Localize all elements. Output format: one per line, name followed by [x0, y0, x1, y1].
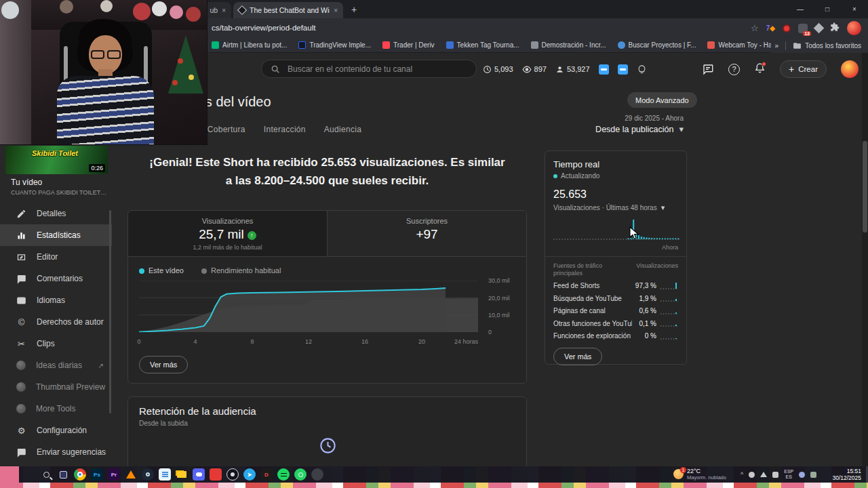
bookmark-item[interactable]: Tekken Tag Tourna...: [446, 41, 519, 49]
sidebar-item-copyright[interactable]: ©Derechos de autor: [0, 311, 112, 333]
network-icon[interactable]: [799, 472, 805, 478]
divider: [545, 256, 686, 257]
all-bookmarks-button[interactable]: Todos los favoritos: [793, 41, 861, 50]
browser-profile-avatar[interactable]: [847, 21, 861, 35]
extension-icon-badged[interactable]: 13: [798, 24, 808, 33]
page-scrollbar[interactable]: [862, 53, 868, 466]
extensions-puzzle-icon[interactable]: [830, 22, 840, 35]
scrollbar-thumb[interactable]: [863, 141, 867, 232]
window-minimize-button[interactable]: —: [787, 0, 814, 18]
tray-icon[interactable]: [760, 472, 767, 477]
whatsapp-icon[interactable]: [294, 468, 307, 481]
sidebar-item-daily-ideas[interactable]: Ideas diarias↗: [0, 354, 112, 376]
sidebar-item-comments[interactable]: Comentarios: [0, 268, 112, 289]
bookmarks-overflow-icon[interactable]: »: [775, 42, 779, 49]
sidebar-scrollbar[interactable]: [109, 210, 111, 413]
taskbar-clock[interactable]: 15:51 30/12/2025: [832, 468, 861, 481]
extension-circle-icon: [16, 382, 26, 392]
help-icon[interactable]: ?: [728, 64, 740, 75]
bookmark-item[interactable]: Airtm | Libera tu pot...: [212, 41, 287, 49]
source-spark: [660, 332, 678, 340]
extension-icon-diamond[interactable]: [814, 23, 825, 34]
tray-icon[interactable]: [749, 472, 755, 478]
realtime-spark[interactable]: [553, 218, 679, 241]
sidebar-item-analytics[interactable]: Estadísticas: [0, 224, 112, 246]
chrome-icon[interactable]: [74, 468, 86, 481]
metric-views[interactable]: Visualizaciones 25,7 mil↑ 1,2 mil más de…: [128, 211, 328, 256]
create-button[interactable]: +Crear: [780, 60, 827, 78]
language-indicator[interactable]: ESPES: [784, 469, 793, 480]
red-app-icon[interactable]: [210, 468, 222, 481]
sidebar-item-settings[interactable]: ⚙Configuración: [0, 420, 112, 441]
start-button[interactable]: [23, 468, 35, 481]
bookmark-item[interactable]: Demostración - Incr...: [531, 41, 606, 49]
webcam-app-icon[interactable]: [311, 468, 323, 481]
deriv-icon[interactable]: D: [260, 468, 273, 481]
taskbar-search-icon[interactable]: [40, 468, 52, 481]
date-range-picker[interactable]: 29 dic 2025 - Ahora Desde la publicación…: [595, 115, 684, 134]
new-tab-button[interactable]: +: [347, 3, 361, 17]
discord-icon[interactable]: [193, 468, 205, 481]
tab-audience[interactable]: Audiencia: [324, 125, 361, 138]
bookmark-item[interactable]: Buscar Proyectos | F...: [618, 41, 696, 49]
extension-icon-red[interactable]: [783, 24, 791, 33]
task-view-icon[interactable]: [57, 468, 69, 481]
extension-icon-colorful[interactable]: 7◆: [766, 24, 775, 32]
realtime-title: Tiempo real: [553, 159, 678, 169]
sidebar-item-clips[interactable]: ✂Clips: [0, 333, 112, 354]
tab-close-icon[interactable]: ×: [334, 7, 338, 14]
widget-icon-2[interactable]: [618, 64, 628, 75]
window-close-button[interactable]: ×: [841, 0, 868, 18]
video-thumbnail[interactable]: Skibidi Toilet 0:26: [5, 146, 108, 174]
sidebar-item-subtitles[interactable]: Idiomas: [0, 289, 112, 311]
address-bar[interactable]: cs/tab-overview/period-default: [212, 24, 315, 32]
tab-reach[interactable]: Cobertura: [208, 125, 245, 138]
file-explorer-icon[interactable]: [176, 468, 188, 481]
tray-icon[interactable]: [772, 472, 778, 478]
telegram-icon[interactable]: ➤: [243, 468, 256, 481]
weather-widget[interactable]: 1 22°C Mayorm. nublado: [673, 468, 726, 481]
tab-close-icon[interactable]: ×: [222, 7, 226, 14]
studio-search[interactable]: [261, 60, 477, 78]
extension-circle-icon: [16, 361, 26, 370]
tray-chevron-icon[interactable]: ^: [741, 471, 743, 478]
streak-icon[interactable]: [637, 64, 647, 75]
metric-subscribers[interactable]: Suscriptores +97: [328, 211, 526, 256]
sidebar-item-details[interactable]: Detalles: [0, 203, 112, 224]
advanced-mode-button[interactable]: Modo Avanzado: [627, 92, 697, 108]
see-more-button[interactable]: Ver más: [139, 356, 188, 373]
tab-engagement[interactable]: Interacción: [264, 125, 306, 138]
sidebar-item-more-tools[interactable]: More Tools: [0, 398, 112, 420]
bookmark-star-icon[interactable]: ☆: [751, 23, 759, 33]
volume-icon[interactable]: [810, 472, 816, 478]
widget-icon-1[interactable]: [599, 64, 609, 75]
window-maximize-button[interactable]: □: [814, 0, 841, 18]
bookmark-favicon: [382, 41, 390, 49]
sidebar-item-editor[interactable]: Editor: [0, 246, 112, 268]
notifications-bell[interactable]: [754, 62, 766, 77]
taskbar-apps: Ps Pr ➤ D: [23, 468, 323, 481]
bookmark-favicon: [707, 41, 715, 49]
realtime-range-selector[interactable]: Visualizaciones · Últimas 48 horas▾: [553, 203, 678, 212]
traffic-source-row: Funciones de exploración0 %: [553, 332, 678, 340]
channel-avatar[interactable]: [841, 60, 859, 78]
vlc-icon[interactable]: [125, 468, 137, 481]
premiere-icon[interactable]: Pr: [108, 468, 120, 481]
steam-icon[interactable]: [142, 468, 154, 481]
bookmark-item[interactable]: TradingView Imple...: [298, 41, 371, 49]
spotify-icon[interactable]: [277, 468, 290, 481]
screen: ub × The best ChatBot and Widgets × + — …: [0, 0, 868, 488]
sidebar-item-feedback[interactable]: Enviar sugerencias: [0, 441, 112, 463]
obs-icon[interactable]: [226, 468, 239, 481]
feedback-chat-icon[interactable]: [702, 63, 714, 75]
views-chart[interactable]: [139, 281, 478, 332]
sidebar-item-thumbnail-preview[interactable]: Thumbnail Preview: [0, 376, 112, 398]
notepad-icon[interactable]: [159, 468, 171, 481]
y-axis-label: 20,0 mil: [488, 295, 510, 302]
realtime-see-more-button[interactable]: Ver más: [553, 348, 602, 365]
search-input[interactable]: [286, 64, 467, 75]
browser-tab-active[interactable]: The best ChatBot and Widgets ×: [233, 2, 343, 18]
webcam-background-door: [0, 0, 31, 144]
bookmark-item[interactable]: Trader | Deriv: [382, 41, 435, 49]
photoshop-icon[interactable]: Ps: [91, 468, 103, 481]
